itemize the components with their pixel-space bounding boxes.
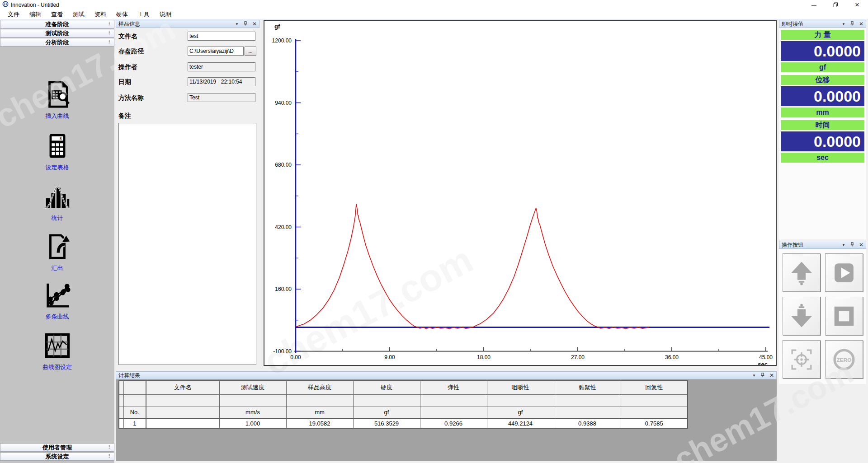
result-cell-0[interactable]: 软糖_2 — [146, 418, 219, 428]
sidebar-tab-stage-0[interactable]: 准备阶段⋮ — [0, 20, 114, 28]
tab-grip-icon: ⋮ — [107, 21, 112, 26]
y-tick-label: 420.00 — [275, 224, 292, 230]
col-header-4: 弹性 — [420, 381, 487, 394]
row-number[interactable]: 1 — [123, 418, 146, 428]
stop-icon — [831, 303, 857, 329]
x-tick-label: 27.00 — [571, 354, 585, 360]
menu-item-1[interactable]: 编辑 — [24, 9, 46, 19]
field-label-1: 存盘路径 — [118, 47, 144, 56]
sample-info-header: 样品信息 ▼ ✕ — [116, 20, 259, 28]
row-marker[interactable] — [119, 418, 123, 428]
tool-label-chart-settings: 曲线图设定 — [0, 363, 114, 371]
chart-panel: -100.00160.00420.00680.00940.001200.000.… — [264, 20, 777, 366]
panel-close-icon[interactable]: ✕ — [769, 373, 774, 378]
menu-item-6[interactable]: 工具 — [133, 9, 155, 19]
result-cell-7[interactable]: 0.7585 — [621, 418, 688, 428]
tab-grip-icon: ⋮ — [107, 454, 112, 458]
action-stop-button[interactable] — [825, 297, 863, 335]
notes-label: 备注 — [118, 112, 131, 120]
menu-item-5[interactable]: 硬体 — [111, 9, 133, 19]
notes-textarea[interactable] — [118, 123, 256, 365]
panel-pin-icon[interactable] — [850, 242, 854, 248]
field-input-4[interactable] — [188, 93, 255, 102]
panel-menu-icon[interactable]: ▼ — [752, 374, 756, 378]
action-zero-button[interactable]: ZERO — [825, 340, 863, 379]
action-jog-down-button[interactable] — [783, 297, 821, 335]
blank-cell — [219, 394, 286, 407]
tool-statistics[interactable]: 统计 — [0, 182, 114, 222]
result-cell-5[interactable]: 449.2124 — [487, 418, 554, 428]
y-tick-label: 680.00 — [275, 162, 292, 168]
sidebar-tab-stage-1[interactable]: 测试阶段⋮ — [0, 29, 114, 37]
svg-text:ZERO: ZERO — [837, 356, 852, 362]
col-header-7: 回复性 — [621, 381, 688, 394]
field-input-1[interactable] — [188, 47, 244, 56]
tool-chart-settings[interactable]: 曲线图设定 — [0, 332, 114, 371]
field-label-2: 操作者 — [118, 63, 137, 71]
panel-menu-icon[interactable]: ▼ — [842, 22, 845, 26]
tool-export[interactable]: 汇出 — [0, 233, 114, 272]
readout-value-1: 0.0000 — [781, 86, 864, 106]
field-input-3[interactable] — [188, 77, 255, 86]
results-table: 文件名测试速度样品高度硬度弹性咀嚼性黏聚性回复性No.mm/smmgfgf1软糖… — [118, 380, 688, 429]
result-cell-4[interactable]: 0.9266 — [420, 418, 487, 428]
panel-menu-icon[interactable]: ▼ — [842, 243, 845, 247]
tool-insert-curve[interactable]: 插入曲线 — [0, 80, 114, 120]
sample-info-title: 样品信息 — [118, 20, 235, 28]
panel-pin-icon[interactable] — [243, 21, 248, 27]
readout-group-2: 时间0.0000sec — [781, 120, 864, 163]
blank-cell — [119, 394, 123, 407]
action-jog-up-button[interactable] — [783, 253, 821, 292]
readout-value-2: 0.0000 — [781, 131, 864, 151]
sidebar-tab-bottom-1[interactable]: 系统设定⋮ — [0, 452, 114, 461]
col-unit-3: gf — [353, 407, 420, 418]
result-cell-3[interactable]: 516.3529 — [353, 418, 420, 428]
sidebar-tab-stage-2-label: 分析阶段 — [46, 38, 69, 47]
tool-label-statistics: 统计 — [0, 214, 114, 222]
panel-close-icon[interactable]: ✕ — [859, 21, 863, 27]
col-header-1: 测试速度 — [219, 381, 286, 394]
menu-item-3[interactable]: 测试 — [68, 9, 90, 19]
sidebar-bottom-tabs: 使用者管理⋮系统设定⋮ — [0, 443, 114, 461]
panel-close-icon[interactable]: ✕ — [859, 242, 863, 248]
panel-menu-icon[interactable]: ▼ — [235, 22, 239, 26]
result-cell-1[interactable]: 1.000 — [219, 418, 286, 428]
field-label-4: 方法名称 — [118, 94, 144, 102]
field-input-2[interactable] — [188, 62, 255, 71]
statistics-icon — [43, 204, 71, 212]
blank-cell — [420, 394, 487, 407]
y-tick-label: -100.00 — [273, 348, 292, 355]
browse-button[interactable]: ... — [245, 47, 256, 56]
readout-value-0: 0.0000 — [781, 41, 864, 61]
minimize-button[interactable] — [803, 0, 825, 10]
row-marker-units — [119, 407, 123, 418]
col-unit-1: mm/s — [219, 407, 286, 418]
field-label-0: 文件名 — [118, 33, 137, 41]
sidebar-tab-bottom-0[interactable]: 使用者管理⋮ — [0, 443, 114, 452]
tool-set-table[interactable]: 8设定表格 — [0, 132, 114, 172]
svg-text:8: 8 — [59, 136, 61, 141]
sidebar-tab-bottom-0-label: 使用者管理 — [42, 444, 72, 452]
action-target-button[interactable] — [783, 340, 821, 379]
field-input-0[interactable] — [188, 32, 255, 41]
panel-close-icon[interactable]: ✕ — [252, 21, 257, 27]
col-header-5: 咀嚼性 — [487, 381, 554, 394]
close-button[interactable]: × — [846, 0, 868, 10]
sidebar-tab-stage-2[interactable]: 分析阶段⋮ — [0, 38, 114, 47]
col-header-3: 硬度 — [353, 381, 420, 394]
tool-multi-curve[interactable]: 多条曲线 — [0, 281, 114, 321]
col-unit-4 — [420, 407, 487, 418]
menu-item-2[interactable]: 查看 — [46, 9, 68, 19]
menu-item-0[interactable]: 文件 — [3, 9, 24, 19]
readout-group-0: 力 量0.0000gf — [781, 30, 864, 72]
panel-pin-icon[interactable] — [760, 372, 765, 379]
restore-button[interactable] — [825, 0, 846, 10]
action-run-button[interactable] — [825, 253, 863, 292]
result-cell-2[interactable]: 19.0582 — [286, 418, 353, 428]
menu-item-7[interactable]: 说明 — [155, 9, 176, 19]
run-icon — [831, 260, 857, 286]
panel-pin-icon[interactable] — [850, 21, 854, 27]
menu-item-4[interactable]: 资料 — [90, 9, 111, 19]
tool-label-insert-curve: 插入曲线 — [0, 112, 114, 120]
result-cell-6[interactable]: 0.9388 — [554, 418, 621, 428]
